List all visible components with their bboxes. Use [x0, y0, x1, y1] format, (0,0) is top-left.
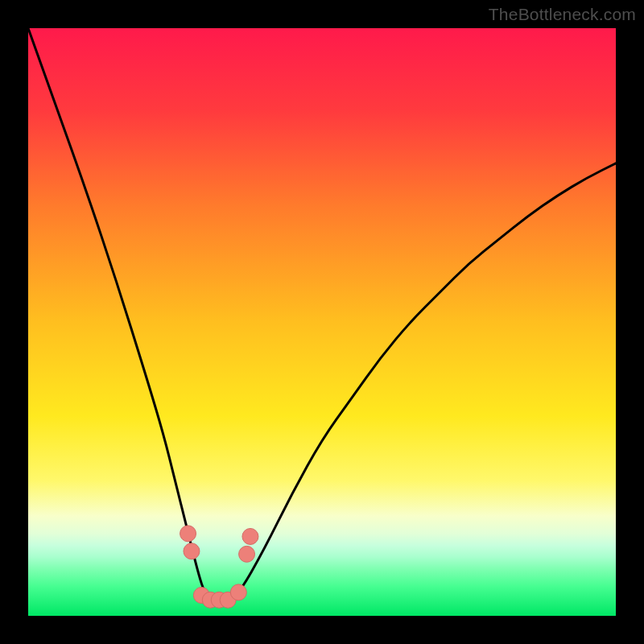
curve-markers	[180, 526, 258, 608]
curve-marker	[184, 543, 200, 559]
curve-marker	[180, 526, 196, 542]
curve-marker	[230, 584, 246, 601]
curve-marker	[242, 528, 258, 544]
chart-frame: TheBottleneck.com	[0, 0, 644, 644]
curve-layer	[28, 28, 616, 616]
curve-marker	[239, 546, 255, 562]
bottleneck-curve	[28, 28, 616, 601]
plot-area	[28, 28, 616, 616]
watermark-text: TheBottleneck.com	[489, 5, 636, 24]
